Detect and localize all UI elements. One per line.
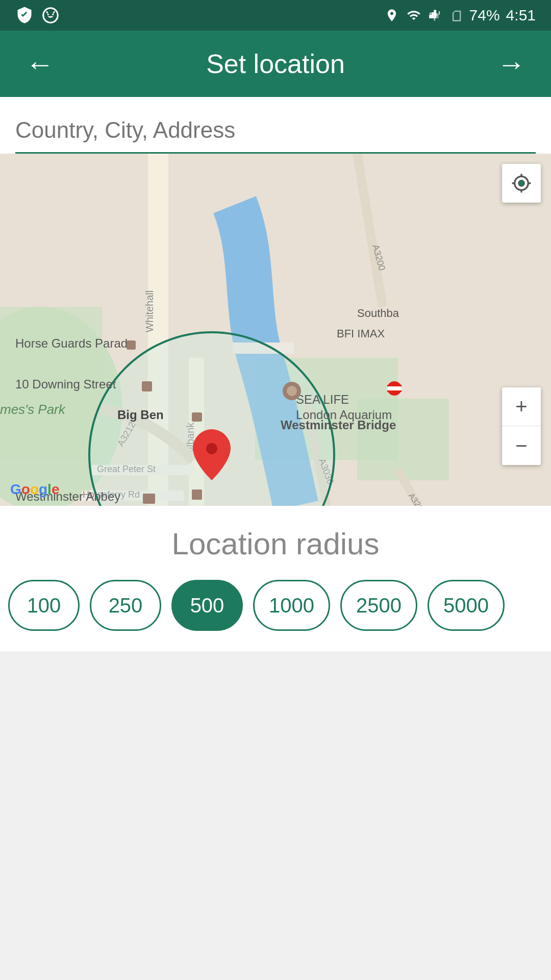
radius-5000[interactable]: 5000 xyxy=(428,580,505,631)
search-input[interactable] xyxy=(15,107,536,154)
forward-button[interactable]: → xyxy=(492,47,531,81)
google-logo: Google xyxy=(10,481,59,498)
svg-rect-48 xyxy=(387,386,402,390)
back-button[interactable]: ← xyxy=(20,47,59,81)
radius-250[interactable]: 250 xyxy=(90,580,161,631)
svg-rect-5 xyxy=(436,14,439,18)
search-container xyxy=(0,97,551,154)
shield-icon xyxy=(15,6,34,24)
svg-text:10 Downing Street: 10 Downing Street xyxy=(15,377,116,391)
app-bar: ← Set location → xyxy=(0,31,551,97)
radius-title: Location radius xyxy=(0,526,551,561)
radius-options: 100 250 500 1000 2500 5000 xyxy=(0,580,551,636)
svg-point-51 xyxy=(519,181,524,186)
time: 4:51 xyxy=(506,7,536,24)
svg-rect-4 xyxy=(434,10,436,18)
status-left-icons xyxy=(15,6,60,25)
radius-500[interactable]: 500 xyxy=(171,580,243,631)
radius-2500[interactable]: 2500 xyxy=(340,580,417,631)
radius-1000[interactable]: 1000 xyxy=(253,580,330,631)
svg-point-1 xyxy=(52,14,54,15)
map-container[interactable]: Whitehall Millbank A3212 A3200 A3036 A32… xyxy=(0,154,551,506)
status-right-icons: 74% 4:51 xyxy=(385,7,536,24)
svg-point-0 xyxy=(47,14,49,15)
svg-rect-28 xyxy=(127,340,136,350)
battery-level: 74% xyxy=(469,7,500,24)
zoom-controls: + − xyxy=(502,387,541,465)
my-location-button[interactable] xyxy=(502,164,541,203)
location-icon xyxy=(385,8,399,22)
svg-text:BFI IMAX: BFI IMAX xyxy=(337,327,385,340)
page-title: Set location xyxy=(206,48,345,79)
zoom-out-button[interactable]: − xyxy=(502,426,541,465)
zoom-in-button[interactable]: + xyxy=(502,387,541,426)
signal-icon xyxy=(429,8,443,22)
svg-rect-2 xyxy=(429,15,432,18)
svg-text:London Aquarium: London Aquarium xyxy=(296,408,392,422)
svg-text:mes's Park: mes's Park xyxy=(0,402,66,417)
svg-point-50 xyxy=(206,443,217,454)
svg-rect-36 xyxy=(192,489,202,500)
svg-rect-3 xyxy=(431,12,434,18)
radius-100[interactable]: 100 xyxy=(8,580,80,631)
svg-text:Southba: Southba xyxy=(357,307,399,320)
map-view[interactable]: Whitehall Millbank A3212 A3200 A3036 A32… xyxy=(0,154,551,506)
svg-rect-34 xyxy=(143,494,155,504)
wifi-icon xyxy=(405,8,422,22)
svg-text:Big Ben: Big Ben xyxy=(117,408,164,422)
bottom-area xyxy=(0,651,551,958)
svg-rect-32 xyxy=(192,412,202,422)
radius-section: Location radius 100 250 500 1000 2500 50… xyxy=(0,506,551,651)
cat-icon xyxy=(41,6,60,25)
svg-text:Horse Guards Parade: Horse Guards Parade xyxy=(15,336,134,350)
sim-icon xyxy=(449,8,463,22)
svg-text:Whitehall: Whitehall xyxy=(144,290,155,332)
svg-point-45 xyxy=(287,386,297,396)
svg-rect-30 xyxy=(142,381,152,391)
status-bar: 74% 4:51 xyxy=(0,0,551,31)
svg-text:SEA LIFE: SEA LIFE xyxy=(296,393,349,406)
